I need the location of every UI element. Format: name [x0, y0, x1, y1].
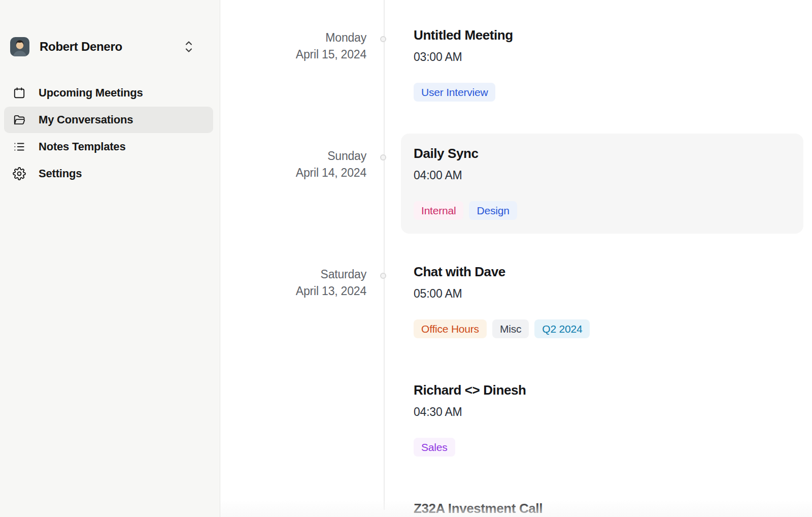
conversations-timeline: Monday April 15, 2024 Untitled Meeting 0…: [220, 0, 812, 517]
timeline-dot: [380, 273, 386, 279]
calendar-icon: [12, 86, 26, 100]
tag-row: Office Hours Misc Q2 2024: [414, 319, 792, 338]
day-label: Saturday: [220, 266, 366, 283]
timeline-dot: [380, 154, 386, 160]
timeline-dot: [380, 36, 386, 42]
chevron-up-down-icon[interactable]: [183, 40, 194, 54]
gear-icon: [12, 167, 26, 181]
meeting-card[interactable]: Chat with Dave 05:00 AM Office Hours Mis…: [414, 259, 792, 338]
tag-row: User Interview: [414, 83, 792, 102]
folder-icon: [12, 113, 26, 127]
tag[interactable]: Sales: [414, 438, 455, 457]
date-label: Sunday April 14, 2024: [220, 148, 366, 181]
sidebar-item-settings[interactable]: Settings: [4, 160, 213, 187]
sidebar-item-notes-templates[interactable]: Notes Templates: [4, 134, 213, 160]
sidebar-item-label: My Conversations: [39, 113, 133, 126]
profile-switcher[interactable]: Robert Denero: [10, 37, 210, 56]
meeting-title: Richard <> Dinesh: [414, 381, 792, 399]
user-name: Robert Denero: [40, 40, 122, 54]
meeting-time: 04:30 AM: [414, 404, 792, 419]
tag-row: Sales: [414, 438, 792, 457]
sidebar-item-upcoming-meetings[interactable]: Upcoming Meetings: [4, 80, 213, 106]
sidebar-item-label: Upcoming Meetings: [39, 86, 143, 100]
sidebar-nav: Upcoming Meetings My Conversations: [0, 80, 220, 187]
sidebar-item-label: Settings: [39, 167, 82, 180]
meeting-title: Daily Sync: [414, 145, 792, 162]
day-label: Sunday: [220, 148, 366, 165]
timeline-entry: Monday April 15, 2024 Untitled Meeting 0…: [220, 22, 812, 141]
meeting-notes-app: Robert Denero Upcoming Meetings: [0, 0, 812, 517]
tag[interactable]: Misc: [492, 319, 529, 338]
meeting-title: Chat with Dave: [414, 263, 792, 280]
timeline-entries: Monday April 15, 2024 Untitled Meeting 0…: [220, 22, 812, 517]
meeting-card[interactable]: Untitled Meeting 03:00 AM User Interview: [414, 22, 792, 102]
timeline-entry: Richard <> Dinesh 04:30 AM Sales: [220, 377, 812, 496]
tag[interactable]: Internal: [414, 201, 463, 220]
meeting-time: 05:00 AM: [414, 286, 792, 301]
meeting-title: Z32A Investment Call: [414, 500, 792, 517]
timeline-entry: Saturday April 13, 2024 Chat with Dave 0…: [220, 259, 812, 377]
tag[interactable]: Design: [469, 201, 517, 220]
date-label: Saturday April 13, 2024: [220, 266, 366, 300]
meeting-card[interactable]: Richard <> Dinesh 04:30 AM Sales: [414, 377, 792, 457]
meeting-card[interactable]: Z32A Investment Call: [414, 496, 792, 517]
date-text: April 15, 2024: [220, 46, 366, 63]
tag[interactable]: User Interview: [414, 83, 495, 102]
meeting-card[interactable]: Daily Sync 04:00 AM Internal Design: [414, 141, 792, 220]
list-icon: [12, 140, 26, 154]
meeting-title: Untitled Meeting: [414, 26, 792, 44]
date-text: April 13, 2024: [220, 283, 366, 300]
day-label: Monday: [220, 29, 366, 46]
meeting-time: 03:00 AM: [414, 49, 792, 64]
sidebar-item-label: Notes Templates: [39, 140, 125, 153]
tag[interactable]: Office Hours: [414, 319, 487, 338]
timeline-entry: Z32A Investment Call: [220, 496, 812, 517]
timeline-entry: Sunday April 14, 2024 Daily Sync 04:00 A…: [220, 141, 812, 259]
meeting-time: 04:00 AM: [414, 168, 792, 183]
sidebar-item-my-conversations[interactable]: My Conversations: [4, 107, 213, 133]
avatar[interactable]: [10, 37, 29, 56]
date-label: Monday April 15, 2024: [220, 29, 366, 63]
date-text: April 14, 2024: [220, 165, 366, 181]
tag[interactable]: Q2 2024: [534, 319, 590, 338]
tag-row: Internal Design: [414, 201, 792, 220]
sidebar: Robert Denero Upcoming Meetings: [0, 0, 220, 517]
